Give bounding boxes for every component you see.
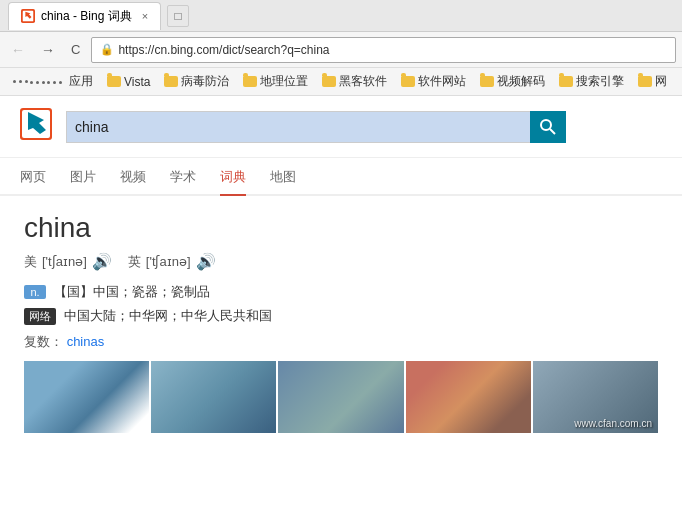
folder-icon [638,76,652,87]
search-input[interactable] [66,111,566,143]
definition-section: n. 【国】中国；瓷器；瓷制品 网络 中国大陆；中华网；中华人民共和国 [24,283,658,325]
phonetic-uk-label: 英 [128,253,141,271]
def-text-2: 中国大陆；中华网；中华人民共和国 [64,307,272,325]
bing-logo [20,108,52,145]
folder-icon [322,76,336,87]
def-text-1: 【国】中国；瓷器；瓷制品 [54,283,210,301]
phonetic-uk-text: ['tʃaɪnə] [146,254,191,269]
tab-webpage[interactable]: 网页 [20,160,46,194]
back-button[interactable]: ← [6,40,30,60]
definition-row-2: 网络 中国大陆；中华网；中华人民共和国 [24,307,658,325]
tab-title: china - Bing 词典 [41,8,132,25]
images-strip-wrapper: www.cfan.com.cn [24,361,658,433]
bookmark-vista[interactable]: Vista [102,73,155,91]
folder-icon [401,76,415,87]
watermark: www.cfan.com.cn [574,418,652,429]
tab-images[interactable]: 图片 [70,160,96,194]
tab-dict[interactable]: 词典 [220,160,246,194]
tab-video[interactable]: 视频 [120,160,146,194]
image-3[interactable] [278,361,403,433]
bookmarks-bar: 应用 Vista 病毒防治 地理位置 黑客软件 软件网站 视频解码 搜索引擎 网 [0,68,682,96]
speaker-us-icon[interactable]: 🔊 [92,252,112,271]
net-badge: 网络 [24,308,56,325]
folder-icon [243,76,257,87]
address-bar: ← → C 🔒 https://cn.bing.com/dict/search?… [0,32,682,68]
bing-logo-svg [20,108,52,140]
browser-tab[interactable]: china - Bing 词典 × [8,2,161,30]
phonetics-section: 美 ['tʃaɪnə] 🔊 英 ['tʃaɪnə] 🔊 [24,252,658,271]
bookmark-net[interactable]: 网 [633,71,672,92]
bookmark-software[interactable]: 软件网站 [396,71,471,92]
phonetic-uk: 英 ['tʃaɪnə] 🔊 [128,252,216,271]
refresh-button[interactable]: C [66,40,85,59]
image-1[interactable] [24,361,149,433]
svg-point-4 [541,120,551,130]
speaker-uk-icon[interactable]: 🔊 [196,252,216,271]
url-text: https://cn.bing.com/dict/search?q=china [118,43,329,57]
phonetic-us-label: 美 [24,253,37,271]
folder-icon [480,76,494,87]
folder-icon [559,76,573,87]
svg-line-5 [550,129,555,134]
image-2[interactable] [151,361,276,433]
tab-favicon [21,9,35,23]
search-icon [539,118,557,136]
bing-header [0,96,682,158]
tab-map[interactable]: 地图 [270,160,296,194]
nav-tabs: 网页 图片 视频 学术 词典 地图 [0,160,682,196]
search-box-wrapper [66,111,566,143]
apps-icon [13,79,62,84]
browser-content: 网页 图片 视频 学术 词典 地图 china 美 ['tʃaɪnə] 🔊 英 … [0,96,682,519]
plural-link[interactable]: chinas [67,334,105,349]
new-tab-button[interactable]: □ [167,5,189,27]
dict-content: china 美 ['tʃaɪnə] 🔊 英 ['tʃaɪnə] 🔊 n. 【国】… [0,196,682,449]
bookmark-search[interactable]: 搜索引擎 [554,71,629,92]
image-4[interactable] [406,361,531,433]
pos-badge-n: n. [24,285,46,299]
folder-icon [107,76,121,87]
url-box[interactable]: 🔒 https://cn.bing.com/dict/search?q=chin… [91,37,676,63]
images-strip [24,361,658,433]
bookmark-geo[interactable]: 地理位置 [238,71,313,92]
phonetic-us-text: ['tʃaɪnə] [42,254,87,269]
lock-icon: 🔒 [100,43,114,56]
bookmark-hacker[interactable]: 黑客软件 [317,71,392,92]
bookmark-antivirus[interactable]: 病毒防治 [159,71,234,92]
bookmark-video[interactable]: 视频解码 [475,71,550,92]
forward-button[interactable]: → [36,40,60,60]
tab-close-button[interactable]: × [142,10,148,22]
phonetic-us: 美 ['tʃaɪnə] 🔊 [24,252,112,271]
title-bar: china - Bing 词典 × □ [0,0,682,32]
bookmarks-apps[interactable]: 应用 [8,71,98,92]
definition-row-1: n. 【国】中国；瓷器；瓷制品 [24,283,658,301]
tab-academic[interactable]: 学术 [170,160,196,194]
search-button[interactable] [530,111,566,143]
apps-label: 应用 [69,73,93,90]
plural-label: 复数： [24,334,63,349]
folder-icon [164,76,178,87]
plural-row: 复数： chinas [24,333,658,351]
word-title: china [24,212,658,244]
